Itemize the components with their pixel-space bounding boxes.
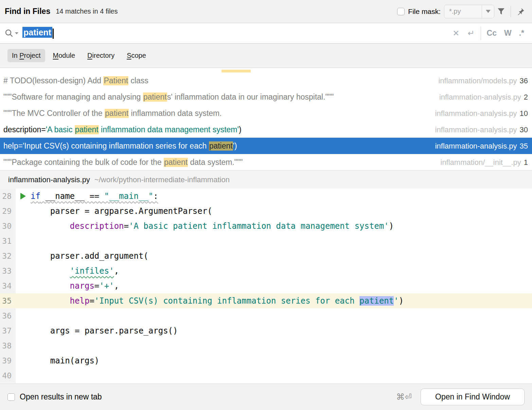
text-segment bbox=[31, 221, 70, 231]
result-snippet: help='Input CSV(s) containing inflammati… bbox=[3, 141, 428, 151]
text-segment: , bbox=[114, 281, 119, 291]
gutter-spacer bbox=[16, 338, 31, 353]
code-text: nargs='+', bbox=[31, 278, 119, 293]
result-line-number: 30 bbox=[520, 125, 528, 134]
editor-line-40[interactable]: 40 bbox=[0, 368, 532, 383]
result-file-info: inflammation/__init__.py1 bbox=[441, 158, 528, 167]
code-text: args = parser.parse_args() bbox=[31, 323, 178, 338]
file-mask-label: File mask: bbox=[408, 7, 441, 16]
text-segment: s' inflammation data in our imaginary ho… bbox=[167, 92, 334, 101]
file-mask-combo[interactable]: *.py bbox=[444, 5, 494, 18]
line-number: 33 bbox=[0, 263, 16, 278]
run-button[interactable] bbox=[16, 189, 31, 204]
text-segment: ) bbox=[399, 296, 404, 306]
text-segment: = bbox=[94, 281, 99, 291]
text-segment: args = parser.parse_args() bbox=[31, 326, 178, 336]
search-toggles-divider bbox=[481, 27, 481, 40]
result-snippet: """Software for managing and analysing p… bbox=[3, 92, 432, 102]
scope-tabs: In ProjectModuleDirectoryScope bbox=[0, 44, 532, 68]
result-row[interactable]: # TODO(lesson-design) Add Patient classi… bbox=[0, 72, 532, 89]
scope-tab-in-project[interactable]: In Project bbox=[7, 49, 45, 62]
text-segment: description bbox=[70, 221, 124, 231]
search-history-button[interactable] bbox=[4, 28, 18, 38]
line-number: 38 bbox=[0, 338, 16, 353]
text-segment: main(args) bbox=[31, 356, 99, 365]
editor-line-29[interactable]: 29 parser = argparse.ArgumentParser( bbox=[0, 204, 532, 219]
editor-line-39[interactable]: 39 main(args) bbox=[0, 353, 532, 368]
text-segment: 'A basic bbox=[46, 125, 75, 134]
result-row[interactable]: """Software for managing and analysing p… bbox=[0, 89, 532, 105]
scope-tab-module[interactable]: Module bbox=[49, 49, 80, 62]
find-in-files-dialog: Find in Files 14 matches in 4 files File… bbox=[0, 0, 532, 410]
result-row[interactable]: """Package containing the bulk of code f… bbox=[0, 154, 532, 170]
dialog-title: Find in Files bbox=[5, 7, 50, 16]
result-row-partial[interactable] bbox=[0, 68, 532, 72]
open-in-find-window-button[interactable]: Open in Find Window bbox=[421, 389, 525, 405]
editor-line-35[interactable]: 35 help='Input CSV(s) containing inflamm… bbox=[0, 293, 532, 308]
clear-search-button[interactable]: ✕ bbox=[448, 29, 463, 38]
insert-newline-button[interactable]: ↵ bbox=[463, 29, 478, 38]
result-row[interactable]: """The MVC Controller of the patient inf… bbox=[0, 105, 532, 121]
editor-line-34[interactable]: 34 nargs='+', bbox=[0, 278, 532, 293]
search-bar[interactable]: patient ✕ ↵ Cc W .* bbox=[0, 23, 532, 44]
pin-button[interactable] bbox=[514, 5, 527, 18]
regex-toggle[interactable]: .* bbox=[515, 29, 528, 38]
match-highlight: patient bbox=[143, 92, 167, 102]
text-caret bbox=[53, 29, 54, 39]
search-input[interactable]: patient bbox=[22, 28, 54, 39]
line-number: 31 bbox=[0, 234, 16, 249]
result-snippet: """Package containing the bulk of code f… bbox=[3, 158, 434, 167]
result-file-info: inflammation-analysis.py35 bbox=[435, 141, 528, 151]
scope-tab-scope[interactable]: Scope bbox=[122, 49, 150, 62]
line-number: 39 bbox=[0, 353, 16, 368]
text-segment: __name__ == bbox=[40, 191, 104, 201]
editor-line-28[interactable]: 28if __name__ == "__main__": bbox=[0, 189, 532, 204]
gutter-spacer bbox=[16, 234, 31, 249]
editor-line-37[interactable]: 37 args = parser.parse_args() bbox=[0, 323, 532, 338]
text-segment: = bbox=[124, 221, 129, 231]
code-text: main(args) bbox=[31, 353, 99, 368]
text-segment: , bbox=[114, 266, 119, 276]
open-results-new-tab-label: Open results in new tab bbox=[20, 392, 102, 402]
text-segment: # TODO(lesson-design) Add bbox=[3, 76, 103, 85]
chevron-down-icon bbox=[15, 32, 18, 34]
open-results-new-tab-checkbox[interactable] bbox=[7, 393, 15, 401]
text-segment: help='Input CSV(s) containing inflammati… bbox=[3, 141, 209, 150]
run-icon bbox=[20, 193, 26, 200]
preview-file-name: inflammation-analysis.py bbox=[8, 175, 90, 184]
editor-line-32[interactable]: 32 parser.add_argument( bbox=[0, 249, 532, 263]
match-highlight: patient bbox=[105, 109, 129, 118]
text-segment: "__main__" bbox=[104, 191, 154, 201]
result-file-name: inflammation/models.py bbox=[438, 76, 517, 85]
result-snippet: """The MVC Controller of the patient inf… bbox=[3, 109, 428, 118]
filter-button[interactable] bbox=[494, 5, 508, 18]
text-segment: nargs bbox=[70, 281, 94, 291]
preview-file-header: inflammation-analysis.py ~/work/python-i… bbox=[0, 170, 532, 189]
text-segment: inflammation data system. bbox=[129, 109, 222, 118]
text-segment: 'A basic patient inflammation data manag… bbox=[129, 221, 389, 231]
result-snippet: description='A basic patient inflammatio… bbox=[3, 125, 428, 134]
result-file-info: inflammation/models.py36 bbox=[438, 76, 528, 85]
file-mask-dropdown-button[interactable] bbox=[482, 5, 494, 18]
text-segment: '+' bbox=[99, 281, 114, 291]
editor-line-38[interactable]: 38 bbox=[0, 338, 532, 353]
line-number: 32 bbox=[0, 249, 16, 263]
match-summary: 14 matches in 4 files bbox=[56, 7, 118, 15]
code-preview-editor[interactable]: 28if __name__ == "__main__":29 parser = … bbox=[0, 189, 532, 383]
result-row[interactable]: help='Input CSV(s) containing inflammati… bbox=[0, 138, 532, 154]
editor-line-31[interactable]: 31 bbox=[0, 234, 532, 249]
file-mask-checkbox[interactable] bbox=[397, 8, 405, 15]
match-highlight: Patient bbox=[103, 76, 128, 85]
gutter-spacer bbox=[16, 368, 31, 383]
result-row[interactable]: description='A basic patient inflammatio… bbox=[0, 121, 532, 138]
editor-line-36[interactable]: 36 bbox=[0, 308, 532, 323]
scope-tab-directory[interactable]: Directory bbox=[83, 49, 119, 62]
words-toggle[interactable]: W bbox=[500, 29, 515, 38]
editor-line-30[interactable]: 30 description='A basic patient inflamma… bbox=[0, 219, 532, 234]
editor-line-33[interactable]: 33 'infiles', bbox=[0, 263, 532, 278]
match-highlight: patient bbox=[75, 125, 99, 134]
code-text: if __name__ == "__main__": bbox=[31, 189, 158, 204]
result-file-info: inflammation-analysis.py2 bbox=[439, 92, 528, 102]
match-highlight: patient bbox=[164, 158, 188, 167]
match-case-toggle[interactable]: Cc bbox=[483, 29, 500, 38]
